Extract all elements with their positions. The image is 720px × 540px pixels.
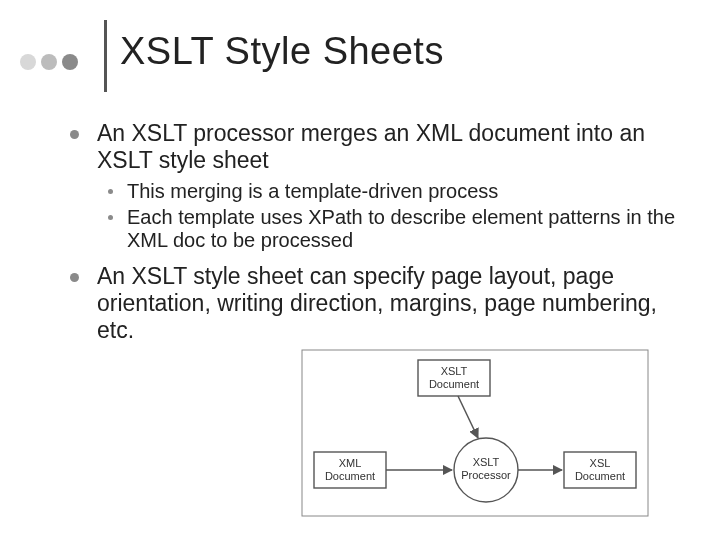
bullet-dot-icon [108, 215, 113, 220]
arrow-icon [458, 396, 478, 438]
bullet-level1: An XSLT processor merges an XML document… [70, 120, 680, 174]
bullet-dot-icon [70, 130, 79, 139]
bullet-level2: Each template uses XPath to describe ele… [108, 206, 680, 253]
box-label: Document [575, 470, 625, 482]
title-rule [104, 20, 107, 92]
flow-diagram: XSLT Document XML Document XSLT Processo… [300, 348, 650, 518]
dot-icon [41, 54, 57, 70]
bullet-text: An XSLT processor merges an XML document… [97, 120, 680, 174]
bullet-level1: An XSLT style sheet can specify page lay… [70, 263, 680, 344]
box-label: Document [325, 470, 375, 482]
bullet-dot-icon [70, 273, 79, 282]
bullet-text: This merging is a template-driven proces… [127, 180, 498, 204]
bullet-dot-icon [108, 189, 113, 194]
slide-title: XSLT Style Sheets [120, 30, 444, 73]
bullet-level2: This merging is a template-driven proces… [108, 180, 680, 204]
bullet-text: Each template uses XPath to describe ele… [127, 206, 680, 253]
dot-icon [20, 54, 36, 70]
sub-bullets: This merging is a template-driven proces… [108, 180, 680, 253]
circle-label: XSLT [473, 456, 500, 468]
dot-icon [62, 54, 78, 70]
slide: XSLT Style Sheets An XSLT processor merg… [0, 0, 720, 540]
bullet-text: An XSLT style sheet can specify page lay… [97, 263, 680, 344]
box-label: XML [339, 457, 362, 469]
decor-dots [20, 54, 78, 70]
box-label: XSL [590, 457, 611, 469]
slide-body: An XSLT processor merges an XML document… [70, 120, 680, 350]
box-label: Document [429, 378, 479, 390]
circle-label: Processor [461, 469, 511, 481]
box-label: XSLT [441, 365, 468, 377]
